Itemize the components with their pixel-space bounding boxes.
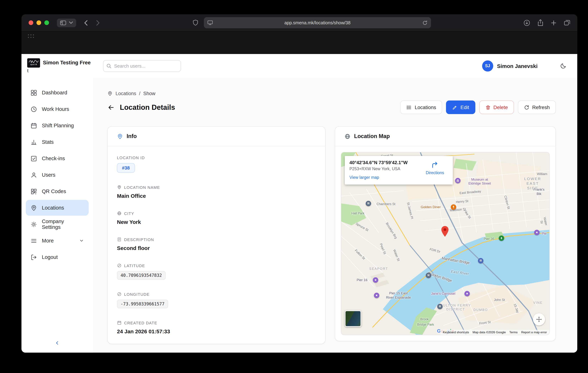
- check-in-icon: [31, 155, 37, 162]
- privacy-shield-icon[interactable]: [193, 20, 198, 26]
- trash-icon: [485, 105, 491, 110]
- report-map-error-link[interactable]: Report a map error: [521, 331, 547, 334]
- museum-icon: [455, 178, 461, 183]
- field-description: DESCRIPTION Second floor: [117, 237, 316, 251]
- page-top-strip: [21, 31, 577, 54]
- minimize-window-button[interactable]: [36, 21, 41, 25]
- map-pin-icon: [31, 204, 37, 211]
- terms-link[interactable]: Terms: [509, 331, 517, 334]
- location-name-value: Main Office: [117, 193, 316, 199]
- restaurant-icon: [451, 204, 456, 210]
- share-icon[interactable]: [537, 19, 543, 26]
- sidebar-item-more[interactable]: More: [26, 233, 89, 249]
- user-name[interactable]: Simon Janevski: [497, 63, 537, 69]
- locations-button[interactable]: Locations: [400, 101, 442, 114]
- field-location-id: LOCATION ID #38: [117, 155, 316, 173]
- map-pin-icon: [107, 91, 113, 96]
- attraction-icon: [374, 293, 379, 298]
- search-input[interactable]: [103, 60, 181, 72]
- close-window-button[interactable]: [29, 21, 33, 25]
- location-id-badge: #38: [117, 163, 135, 173]
- sidebar-icon: [60, 20, 66, 25]
- description-value: Second floor: [117, 245, 316, 251]
- sidebar-item-shift-planning[interactable]: Shift Planning: [26, 118, 89, 133]
- sidebar-item-label: Work Hours: [42, 106, 69, 112]
- company-logo: sport M: [27, 58, 40, 67]
- new-tab-icon[interactable]: [551, 20, 556, 26]
- view-larger-map-link[interactable]: View larger map: [349, 175, 379, 179]
- sidebar-item-label: Shift Planning: [42, 123, 74, 128]
- users-icon: [31, 171, 37, 178]
- sidebar-item-label: Dashboard: [42, 90, 67, 95]
- back-arrow-button[interactable]: [107, 104, 115, 111]
- browser-sidebar-toggle[interactable]: [57, 18, 76, 27]
- pan-control[interactable]: [533, 313, 545, 325]
- satellite-view-toggle[interactable]: [345, 311, 361, 327]
- downloads-icon[interactable]: [524, 20, 530, 26]
- sidebar-item-label: Logout: [42, 254, 58, 260]
- edit-button[interactable]: Edit: [446, 101, 475, 114]
- attraction-icon: [464, 291, 470, 296]
- sidebar-item-label: QR Codes: [42, 188, 66, 194]
- map-card-title: Location Map: [354, 133, 390, 139]
- logout-icon: [31, 254, 37, 260]
- company-name-wrap: t: [27, 68, 28, 73]
- sidebar-item-dashboard[interactable]: Dashboard: [26, 85, 89, 101]
- info-card: Info LOCATION ID #38 LO: [107, 126, 326, 344]
- location-map-card: Location Map: [335, 126, 556, 341]
- chevron-left-icon: [55, 341, 60, 345]
- sidebar-item-qr-codes[interactable]: QR Codes: [26, 184, 89, 199]
- breadcrumb-section[interactable]: Locations: [116, 91, 136, 96]
- delete-button[interactable]: Delete: [479, 101, 514, 114]
- list-icon: [407, 105, 412, 110]
- latitude-value: 40.7096193547832: [117, 271, 165, 280]
- pencil-icon: [452, 105, 458, 110]
- sidebar-item-stats[interactable]: Stats: [26, 134, 89, 150]
- sidebar-item-label: Check-ins: [42, 155, 65, 161]
- bar-chart-icon: [31, 139, 37, 145]
- metro-icon: [426, 273, 431, 278]
- sidebar-collapse-button[interactable]: [55, 341, 60, 345]
- map-embed[interactable]: Canal St William Museum at Eldridge Stre…: [341, 152, 550, 335]
- keyboard-shortcuts-link[interactable]: Keyboard shortcuts: [443, 331, 469, 334]
- directions-button[interactable]: Directions: [422, 160, 448, 180]
- sidebar-item-label: Stats: [42, 139, 54, 145]
- coordinate-icon: [117, 292, 122, 296]
- logo-text: sport M: [27, 61, 40, 67]
- globe-icon: [345, 133, 350, 139]
- dark-mode-toggle[interactable]: [560, 62, 567, 69]
- app-root: sport M Simon Testing Free t SJ Simon Ja…: [21, 54, 577, 352]
- main-content: Locations / Show Location Details Locat: [93, 78, 577, 352]
- tab-overview-icon[interactable]: [564, 20, 570, 25]
- avatar[interactable]: SJ: [482, 60, 493, 71]
- chevron-down-icon: [69, 21, 73, 24]
- back-button[interactable]: [84, 20, 88, 26]
- clock-icon: [31, 106, 37, 113]
- website-settings-icon[interactable]: [207, 21, 213, 25]
- page-title: Location Details: [120, 103, 175, 111]
- url-text[interactable]: app.smena.mk/locations/show/38: [213, 20, 422, 25]
- map-marker-pin: [441, 226, 449, 238]
- sidebar-item-check-ins[interactable]: Check-ins: [26, 151, 89, 166]
- locations-button-label: Locations: [415, 104, 436, 110]
- field-created-date: CREATED DATE 24 Jan 2026 01:57:33: [117, 321, 316, 339]
- sidebar-item-company-settings[interactable]: Company Settings: [26, 216, 89, 232]
- field-location-name: LOCATION NAME Main Office: [117, 185, 316, 199]
- reload-icon[interactable]: [422, 20, 427, 25]
- map-pin-icon: [117, 185, 122, 189]
- forward-button[interactable]: [96, 20, 100, 26]
- metro-icon: [366, 201, 371, 206]
- refresh-button[interactable]: Refresh: [518, 101, 556, 114]
- delete-button-label: Delete: [494, 104, 508, 110]
- sidebar-item-locations[interactable]: Locations: [26, 200, 89, 216]
- sidebar-item-label: Locations: [42, 205, 64, 211]
- zoom-window-button[interactable]: [44, 21, 49, 25]
- map-overlay-card: 40°42'34.6"N 73°59'42.1"W P253+RXW New Y…: [345, 156, 453, 185]
- url-bar[interactable]: app.smena.mk/locations/show/38: [204, 17, 431, 28]
- edit-button-label: Edit: [461, 104, 469, 110]
- app-header: sport M Simon Testing Free t SJ Simon Ja…: [21, 54, 577, 78]
- sidebar-item-users[interactable]: Users: [26, 167, 89, 183]
- sidebar-item-logout[interactable]: Logout: [26, 249, 89, 265]
- browser-window: app.smena.mk/locations/show/38: [21, 14, 577, 352]
- sidebar-item-work-hours[interactable]: Work Hours: [26, 101, 89, 117]
